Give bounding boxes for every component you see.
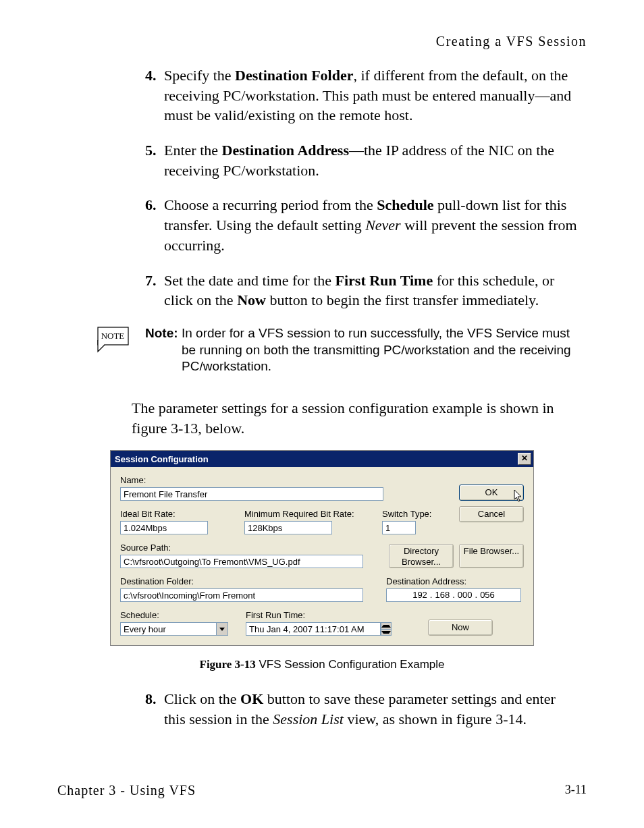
ip-octet-2[interactable]: 168 bbox=[433, 588, 451, 602]
t: view, as shown in figure 3-14. bbox=[344, 711, 527, 727]
t: button to begin the first transfer immed… bbox=[266, 292, 539, 308]
step-6-number: 6. bbox=[145, 195, 164, 215]
step-6-text: Choose a recurring period from the Sched… bbox=[164, 195, 580, 255]
running-header: Creating a VFS Session bbox=[57, 34, 587, 49]
step-4: 4. Specify the Destination Folder, if di… bbox=[145, 65, 580, 126]
time-spinner[interactable] bbox=[381, 622, 392, 636]
close-icon: ✕ bbox=[521, 453, 528, 463]
figure-caption: Figure 3-13 VFS Session Configuration Ex… bbox=[57, 658, 587, 671]
switch-type-input[interactable]: 1 bbox=[382, 521, 416, 534]
dest-address-input[interactable]: 192. 168. 000. 056 bbox=[386, 588, 521, 602]
t: Session List bbox=[273, 711, 344, 727]
step-7-text: Set the date and time for the First Run … bbox=[164, 271, 580, 310]
step-8-number: 8. bbox=[145, 689, 164, 709]
t: Destination Address bbox=[222, 142, 349, 159]
t: Choose a recurring period from the bbox=[164, 196, 377, 213]
ideal-bitrate-label: Ideal Bit Rate: bbox=[120, 509, 235, 519]
t: Never bbox=[365, 217, 401, 233]
t: Set the date and time for the bbox=[164, 272, 336, 289]
close-button[interactable]: ✕ bbox=[518, 453, 531, 465]
cursor-icon bbox=[514, 489, 525, 503]
first-run-label: First Run Time: bbox=[246, 610, 408, 620]
dialog-titlebar[interactable]: Session Configuration ✕ bbox=[111, 451, 533, 467]
ip-octet-3[interactable]: 000 bbox=[456, 588, 474, 602]
first-run-input[interactable]: Thu Jan 4, 2007 11:17:01 AM bbox=[246, 622, 381, 636]
step-8-text: Click on the OK button to save these par… bbox=[164, 689, 580, 729]
paragraph-intro-figure: The parameter settings for a session con… bbox=[132, 398, 587, 438]
t: Destination Folder bbox=[235, 67, 353, 84]
page-footer: Chapter 3 - Using VFS 3-11 bbox=[57, 783, 587, 798]
ok-button[interactable]: OK bbox=[459, 485, 524, 501]
step-5-text: Enter the Destination Address—the IP add… bbox=[164, 140, 580, 180]
dot: . bbox=[429, 588, 434, 602]
now-button[interactable]: Now bbox=[428, 619, 493, 636]
t: Click on the bbox=[164, 690, 240, 707]
step-5-number: 5. bbox=[145, 140, 164, 161]
step-7: 7. Set the date and time for the First R… bbox=[145, 271, 580, 310]
dest-folder-label: Destination Folder: bbox=[120, 576, 377, 586]
min-bitrate-input[interactable]: 128Kbps bbox=[244, 521, 332, 534]
step-8: 8. Click on the OK button to save these … bbox=[145, 689, 580, 729]
figure-label: Figure 3-13 bbox=[200, 658, 256, 671]
name-label: Name: bbox=[120, 475, 450, 485]
session-configuration-dialog: Session Configuration ✕ Name: Fremont Fi… bbox=[110, 450, 534, 646]
spinner-up-icon[interactable] bbox=[381, 623, 391, 630]
note-block: NOTE Note: In order for a VFS session to… bbox=[91, 325, 587, 375]
file-browser-button[interactable]: File Browser... bbox=[459, 544, 524, 568]
t: Enter the bbox=[164, 142, 222, 159]
schedule-combo[interactable]: Every hour bbox=[120, 622, 228, 636]
step-7-number: 7. bbox=[145, 271, 164, 291]
step-4-number: 4. bbox=[145, 65, 164, 86]
note-body: In order for a VFS session to run succes… bbox=[182, 325, 587, 375]
note-label: Note: bbox=[145, 326, 178, 340]
dest-folder-input[interactable]: c:\vfsroot\Incoming\From Fremont bbox=[120, 588, 363, 602]
source-path-input[interactable]: C:\vfsroot\Outgoing\To Fremont\VMS_UG.pd… bbox=[120, 555, 363, 568]
t: OK bbox=[240, 690, 263, 707]
dot: . bbox=[451, 588, 456, 602]
note-badge-text: NOTE bbox=[101, 331, 125, 341]
source-path-label: Source Path: bbox=[120, 543, 379, 553]
chevron-down-icon[interactable] bbox=[216, 622, 228, 636]
figure-text: VFS Session Configuration Example bbox=[256, 658, 445, 671]
schedule-value: Every hour bbox=[120, 622, 216, 636]
t: Schedule bbox=[377, 196, 433, 213]
switch-type-label: Switch Type: bbox=[382, 509, 447, 519]
dot: . bbox=[474, 588, 479, 602]
step-4-text: Specify the Destination Folder, if diffe… bbox=[164, 65, 580, 126]
t: Specify the bbox=[164, 67, 235, 84]
note-icon: NOTE bbox=[91, 325, 132, 359]
footer-chapter: Chapter 3 - Using VFS bbox=[57, 783, 196, 798]
step-6: 6. Choose a recurring period from the Sc… bbox=[145, 195, 580, 255]
schedule-label: Schedule: bbox=[120, 610, 246, 620]
dialog-title: Session Configuration bbox=[115, 454, 209, 464]
ip-octet-4[interactable]: 056 bbox=[479, 588, 496, 602]
dest-address-label: Destination Address: bbox=[386, 576, 524, 586]
directory-browser-button[interactable]: Directory Browser... bbox=[389, 544, 454, 568]
t: First Run Time bbox=[336, 272, 433, 289]
ok-button-label: OK bbox=[485, 487, 498, 497]
cancel-button[interactable]: Cancel bbox=[459, 506, 524, 522]
min-bitrate-label: Minimum Required Bit Rate: bbox=[244, 509, 373, 519]
name-input[interactable]: Fremont File Transfer bbox=[120, 487, 383, 501]
t: Now bbox=[237, 292, 266, 308]
step-5: 5. Enter the Destination Address—the IP … bbox=[145, 140, 580, 180]
footer-page-number: 3-11 bbox=[565, 783, 587, 798]
spinner-down-icon[interactable] bbox=[381, 630, 391, 636]
ideal-bitrate-input[interactable]: 1.024Mbps bbox=[120, 521, 208, 534]
ip-octet-1[interactable]: 192 bbox=[411, 588, 429, 602]
